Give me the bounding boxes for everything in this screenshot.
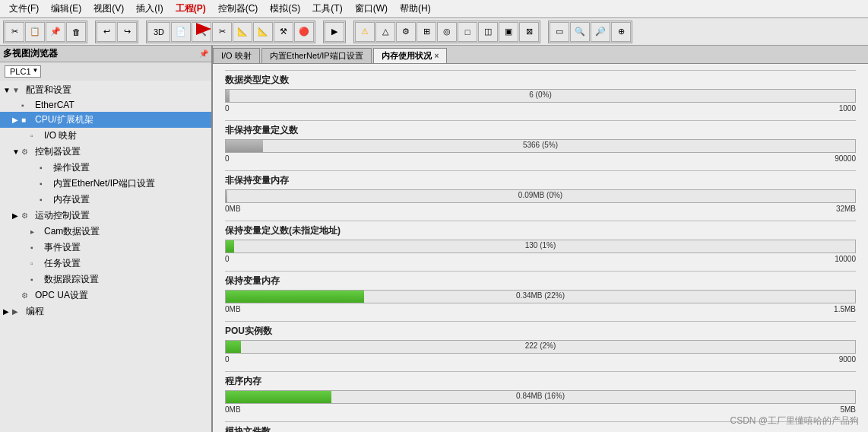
tb-cut[interactable]: ✂ <box>5 22 24 42</box>
tree-item-13[interactable]: ⚙OPC UA设置 <box>0 287 211 303</box>
tree-item-2[interactable]: ▶■CPU/扩展机架 <box>0 112 211 128</box>
tab-2[interactable]: 内存使用状况× <box>373 48 448 63</box>
tree-item-14[interactable]: ▶▶编程 <box>0 303 211 319</box>
menu-simulate[interactable]: 模拟(S) <box>264 1 306 17</box>
tb-e2[interactable]: 🔍 <box>570 22 590 42</box>
tb-group-2: ↩ ↪ <box>95 21 138 43</box>
tb-b4[interactable]: ✂ <box>212 22 232 42</box>
tree-item-4[interactable]: ▼⚙控制器设置 <box>0 144 211 160</box>
tb-d2[interactable]: △ <box>375 22 395 42</box>
tb-d9[interactable]: ⊠ <box>519 22 539 42</box>
sidebar-pin[interactable]: 📌 <box>199 49 208 58</box>
tb-d5[interactable]: ◎ <box>437 22 457 42</box>
tb-b6[interactable]: 📐 <box>253 22 273 42</box>
menu-tools[interactable]: 工具(T) <box>306 1 348 17</box>
tb-undo[interactable]: ↩ <box>97 22 116 42</box>
menu-window[interactable]: 窗口(W) <box>349 1 394 17</box>
tree-icon-6: ▪ <box>40 179 52 188</box>
tree-item-1[interactable]: ▪EtherCAT <box>0 98 211 112</box>
plc-dropdown[interactable]: PLC1 <box>5 65 41 78</box>
bar-right-label-2: 32MB <box>836 205 856 213</box>
tb-d1[interactable]: ⚠ <box>355 22 375 42</box>
bar-labels-3: 010000 <box>225 255 856 263</box>
bar-labels-5: 09000 <box>225 355 856 364</box>
tb-c1[interactable]: ▶ <box>325 22 344 42</box>
tree-expand-14: ▶ <box>3 307 12 316</box>
tree-icon-0: ▼ <box>12 86 24 94</box>
tree-item-11[interactable]: ▫任务设置 <box>0 256 211 272</box>
tb-b1[interactable]: 3D <box>147 22 170 42</box>
tb-e3[interactable]: 🔎 <box>591 22 610 42</box>
tree-icon-12: ▪ <box>30 275 43 284</box>
tree-label-10: 事件设置 <box>44 241 81 254</box>
tb-b8[interactable]: 🔴 <box>294 22 314 42</box>
tb-e4[interactable]: ⊕ <box>611 22 631 42</box>
tab-bar: I/O 映射内置EtherNet/IP端口设置内存使用状况× <box>213 46 868 64</box>
tree-item-6[interactable]: ▪内置EtherNet/IP端口设置 <box>0 176 211 192</box>
bar-fill-2 <box>226 190 227 202</box>
bar-fill-5 <box>226 341 241 353</box>
tree-icon-4: ⚙ <box>21 148 33 156</box>
tree-icon-8: ⚙ <box>21 211 33 220</box>
tree-item-8[interactable]: ▶⚙运动控制设置 <box>0 208 211 224</box>
tree-label-6: 内置EtherNet/IP端口设置 <box>53 177 155 190</box>
tb-b5[interactable]: 📐 <box>233 22 252 42</box>
bar-wrapper-3: 130 (1%) <box>225 240 856 253</box>
bar-container-0: 6 (0%) <box>225 89 856 103</box>
section-title-6: 程序内存 <box>225 371 856 388</box>
tab-1[interactable]: 内置EtherNet/IP端口设置 <box>261 48 372 63</box>
tb-d3[interactable]: ⚙ <box>396 22 416 42</box>
menu-file[interactable]: 文件(F) <box>3 1 45 17</box>
tb-b7[interactable]: ⚒ <box>274 22 293 42</box>
tb-d6[interactable]: □ <box>458 22 477 42</box>
sidebar-title: 多视图浏览器 <box>3 47 58 60</box>
tree-item-9[interactable]: ▸Cam数据设置 <box>0 224 211 240</box>
tb-d7[interactable]: ◫ <box>478 22 498 42</box>
menu-controller[interactable]: 控制器(C) <box>212 1 265 17</box>
tree-icon-11: ▫ <box>30 259 43 268</box>
tb-delete[interactable]: 🗑 <box>66 22 86 42</box>
tb-d4[interactable]: ⊞ <box>417 22 436 42</box>
tb-paste[interactable]: 📌 <box>46 22 65 42</box>
tree-icon-14: ▶ <box>12 307 24 316</box>
tree-item-0[interactable]: ▼▼配置和设置 <box>0 82 211 98</box>
memory-section-1: 非保持变量定义数5366 (5%)090000 <box>225 120 856 163</box>
bar-fill-0 <box>226 90 230 102</box>
section-title-3: 保持变量定义数(未指定地址) <box>225 221 856 237</box>
menu-insert[interactable]: 插入(I) <box>130 1 169 17</box>
watermark: CSDN @工厂里懂嘻哈的产品狗 <box>730 415 859 427</box>
tree-item-3[interactable]: ▫I/O 映射 <box>0 128 211 144</box>
bar-labels-4: 0MB1.5MB <box>225 305 856 313</box>
bar-container-2: 0.09MB (0%) <box>225 189 856 203</box>
menu-project[interactable]: 工程(P) <box>169 1 212 17</box>
tb-b3[interactable]: 🔍 <box>192 22 211 42</box>
menu-view[interactable]: 视图(V) <box>87 1 130 17</box>
memory-section-4: 保持变量内存0.34MB (22%)0MB1.5MB <box>225 271 856 313</box>
memory-section-2: 非保持变量内存0.09MB (0%)0MB32MB <box>225 170 856 213</box>
tree-item-5[interactable]: ▪操作设置 <box>0 160 211 176</box>
menu-help[interactable]: 帮助(H) <box>394 1 437 17</box>
tree-item-12[interactable]: ▪数据跟踪设置 <box>0 272 211 287</box>
tree-item-7[interactable]: ▪内存设置 <box>0 192 211 208</box>
sidebar: 多视图浏览器 📌 PLC1 ▼▼配置和设置 ▪EtherCAT▶■CPU/扩展机… <box>0 46 213 432</box>
tb-d8[interactable]: ▣ <box>499 22 518 42</box>
bar-fill-3 <box>226 240 234 253</box>
tree-label-12: 数据跟踪设置 <box>44 273 99 286</box>
menu-edit[interactable]: 编辑(E) <box>45 1 87 17</box>
tab-0[interactable]: I/O 映射 <box>213 48 260 63</box>
section-title-4: 保持变量内存 <box>225 271 856 287</box>
content-pane: I/O 映射内置EtherNet/IP端口设置内存使用状况× 数据类型定义数6 … <box>213 46 868 432</box>
tb-copy[interactable]: 📋 <box>25 22 45 42</box>
bar-labels-2: 0MB32MB <box>225 205 856 213</box>
tb-b2[interactable]: 📄 <box>171 22 191 42</box>
bar-container-5: 222 (2%) <box>225 340 856 354</box>
tb-redo[interactable]: ↪ <box>117 22 137 42</box>
tb-e1[interactable]: ▭ <box>550 22 569 42</box>
bar-left-label-6: 0MB <box>225 405 241 414</box>
tree-icon-3: ▫ <box>30 132 43 140</box>
tree-label-1: EtherCAT <box>35 100 74 110</box>
tree-label-2: CPU/扩展机架 <box>35 113 93 126</box>
bar-left-label-3: 0 <box>225 255 230 263</box>
tab-close-2[interactable]: × <box>435 52 439 60</box>
tree-item-10[interactable]: ▪事件设置 <box>0 240 211 256</box>
